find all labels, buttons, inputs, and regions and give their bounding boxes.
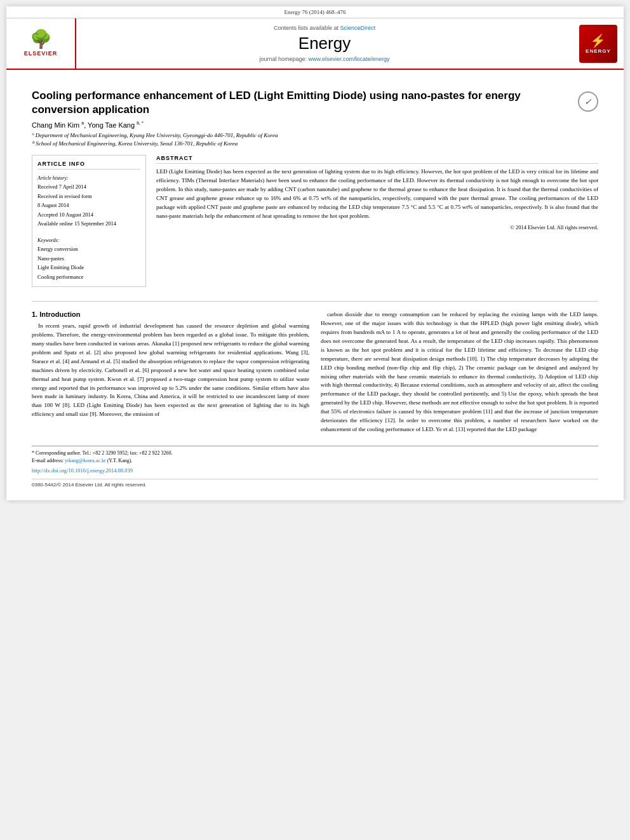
homepage-prefix: journal homepage: bbox=[259, 56, 307, 62]
abstract-col: ABSTRACT LED (Light Emitting Diode) has … bbox=[156, 155, 598, 292]
paper-title: Cooling performance enhancement of LED (… bbox=[32, 89, 572, 117]
article-info-box: ARTICLE INFO Article history: Received 7… bbox=[32, 155, 146, 287]
history-label: Article history: bbox=[37, 175, 69, 181]
elsevier-label: ELSEVIER bbox=[24, 50, 58, 57]
author-a-sup: a bbox=[81, 121, 84, 125]
elsevier-logo-box: 🌳 ELSEVIER bbox=[6, 18, 76, 69]
energy-icon-label: ENERGY bbox=[586, 48, 611, 54]
article-info-title: ARTICLE INFO bbox=[37, 161, 140, 170]
intro-para-2: carbon dioxide due to energy consumption… bbox=[321, 310, 598, 434]
sciencedirect-link[interactable]: ScienceDirect bbox=[340, 25, 376, 31]
journal-header: 🌳 ELSEVIER Contents lists available at S… bbox=[6, 18, 624, 70]
article-history: Article history: Received 7 April 2014 R… bbox=[37, 173, 140, 229]
intro-col1-text: In recent years, rapid growth of industr… bbox=[32, 322, 309, 419]
keyword-3: Light Emitting Diode bbox=[37, 263, 140, 272]
accepted-date: Accepted 10 August 2014 bbox=[37, 211, 93, 218]
introduction-section: 1. Introduction In recent years, rapid g… bbox=[32, 310, 598, 437]
keyword-1: Energy conversion bbox=[37, 244, 140, 253]
keyword-4: Cooling performance bbox=[37, 272, 140, 281]
abstract-title: ABSTRACT bbox=[156, 155, 598, 164]
intro-title: Introduction bbox=[39, 310, 80, 318]
doi-line: http://dx.doi.org/10.1016/j.energy.2014.… bbox=[32, 467, 598, 474]
copyright-line: © 2014 Elsevier Ltd. All rights reserved… bbox=[156, 224, 598, 230]
homepage-link[interactable]: www.elsevier.com/locate/energy bbox=[309, 56, 390, 62]
energy-journal-icon: ⚡ ENERGY bbox=[579, 25, 617, 63]
title-section: Cooling performance enhancement of LED (… bbox=[32, 89, 598, 117]
intro-para-1: In recent years, rapid growth of industr… bbox=[32, 322, 309, 419]
doi-link[interactable]: http://dx.doi.org/10.1016/j.energy.2014.… bbox=[32, 467, 133, 474]
sciencedirect-line: Contents lists available at ScienceDirec… bbox=[274, 25, 375, 31]
revised-date: 8 August 2014 bbox=[37, 202, 69, 208]
lightning-icon: ⚡ bbox=[590, 33, 607, 48]
available-date: Available online 15 September 2014 bbox=[37, 220, 116, 227]
journal-center: Contents lists available at ScienceDirec… bbox=[76, 18, 573, 69]
abstract-text: LED (Light Emitting Diode) has been expe… bbox=[156, 168, 598, 221]
footer-bar: 0360-5442/© 2014 Elsevier Ltd. All right… bbox=[32, 479, 598, 488]
footnote-corresponding: * Corresponding author. Tel.: +82 2 3290… bbox=[32, 450, 598, 465]
sciencedirect-prefix: Contents lists available at bbox=[274, 25, 338, 31]
intro-left-col: 1. Introduction In recent years, rapid g… bbox=[32, 310, 309, 437]
paper-content: Cooling performance enhancement of LED (… bbox=[6, 70, 624, 500]
citation-bar: Energy 76 (2014) 468–476 bbox=[6, 6, 624, 18]
page: Energy 76 (2014) 468–476 🌳 ELSEVIER Cont… bbox=[6, 6, 624, 500]
email-label: E-mail address: bbox=[32, 458, 64, 463]
keywords-section: Keywords: Energy conversion Nano-pastes … bbox=[37, 236, 140, 281]
revised-label: Received in revised form bbox=[37, 193, 92, 199]
affiliation-b: ᵇ School of Mechanical Engineering, Kore… bbox=[32, 140, 598, 149]
energy-icon-box: ⚡ ENERGY bbox=[573, 18, 624, 69]
info-abstract-section: ARTICLE INFO Article history: Received 7… bbox=[32, 155, 598, 292]
intro-right-col: carbon dioxide due to energy consumption… bbox=[321, 310, 598, 437]
intro-number: 1. bbox=[32, 310, 37, 318]
crossmark-icon: ✓ bbox=[578, 91, 598, 112]
intro-section-title: 1. Introduction bbox=[32, 310, 309, 318]
authors-line: Chang Min Kim a, Yong Tae Kang b, * bbox=[32, 121, 598, 129]
email-suffix: (Y.T. Kang). bbox=[107, 458, 133, 463]
homepage-line: journal homepage: www.elsevier.com/locat… bbox=[259, 56, 389, 62]
journal-name: Energy bbox=[298, 34, 351, 53]
received-date: Received 7 April 2014 bbox=[37, 183, 86, 190]
author-b-sup: b, * bbox=[137, 121, 144, 125]
issn-text: 0360-5442/© 2014 Elsevier Ltd. All right… bbox=[32, 482, 147, 488]
keyword-2: Nano-pastes bbox=[37, 254, 140, 263]
affiliation-a: ° Department of Mechanical Engineering, … bbox=[32, 131, 598, 140]
email-link[interactable]: ytkang@korea.ac.kr bbox=[65, 458, 106, 463]
section-divider bbox=[32, 301, 598, 302]
footnote-section: * Corresponding author. Tel.: +82 2 3290… bbox=[32, 446, 598, 474]
abstract-section: ABSTRACT LED (Light Emitting Diode) has … bbox=[156, 155, 598, 231]
corresponding-author-text: * Corresponding author. Tel.: +82 2 3290… bbox=[32, 450, 172, 456]
intro-col2-text: carbon dioxide due to energy consumption… bbox=[321, 310, 598, 434]
elsevier-tree-icon: 🌳 bbox=[30, 30, 52, 48]
citation-text: Energy 76 (2014) 468–476 bbox=[284, 9, 345, 15]
affiliations: ° Department of Mechanical Engineering, … bbox=[32, 131, 598, 149]
keywords-label: Keywords: bbox=[37, 237, 59, 243]
article-info-col: ARTICLE INFO Article history: Received 7… bbox=[32, 155, 146, 292]
crossmark-badge: ✓ bbox=[578, 91, 598, 112]
